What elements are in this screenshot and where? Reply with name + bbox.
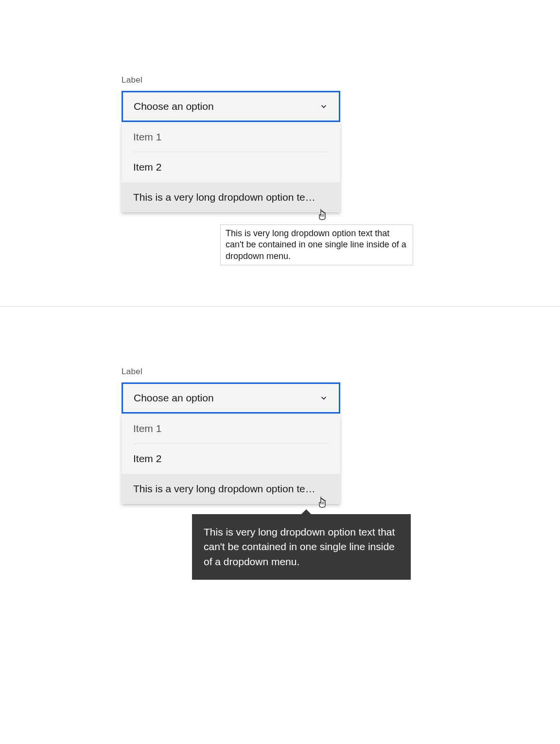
dropdown-trigger-text: Choose an option [134,392,214,404]
chevron-down-icon [319,102,328,111]
dropdown-menu: Item 1 Item 2 This is a very long dropdo… [122,122,340,212]
dropdown-trigger-text: Choose an option [134,101,214,112]
dropdown-label: Label [122,75,462,85]
tooltip-styled: This is very long dropdown option text t… [192,514,411,580]
dropdown-item[interactable]: This is a very long dropdown option te… [122,182,340,212]
tooltip-native: This is very long dropdown option text t… [220,225,413,265]
dropdown-example-dark-tooltip: Label Choose an option Item 1 Item 2 Thi… [122,367,462,504]
dropdown-item[interactable]: Item 2 [122,152,340,182]
chevron-down-icon [319,394,328,402]
section-divider [0,306,560,307]
dropdown-item[interactable]: Item 1 [122,122,340,152]
dropdown-label: Label [122,367,462,377]
dropdown-menu: Item 1 Item 2 This is a very long dropdo… [122,414,340,504]
dropdown-trigger[interactable]: Choose an option [122,382,340,414]
dropdown-example-light-tooltip: Label Choose an option Item 1 Item 2 Thi… [122,75,462,212]
dropdown-item[interactable]: Item 1 [122,414,340,444]
dropdown-trigger[interactable]: Choose an option [122,91,340,122]
dropdown-item[interactable]: Item 2 [122,444,340,474]
dropdown-item[interactable]: This is a very long dropdown option te… [122,474,340,504]
